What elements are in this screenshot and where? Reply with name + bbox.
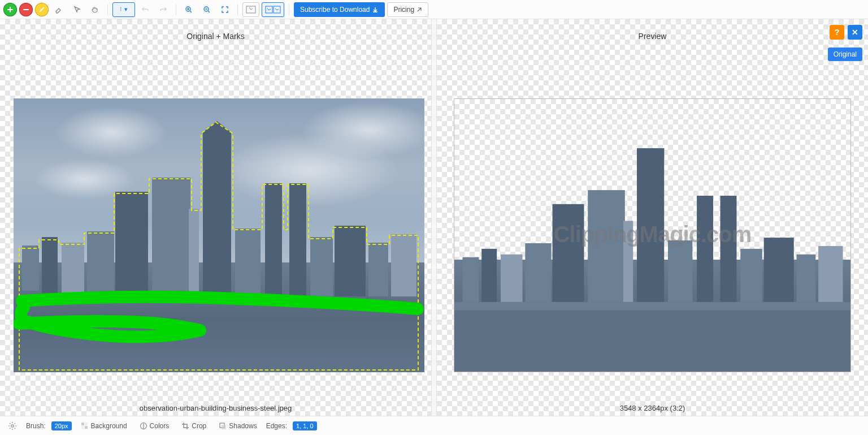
help-button[interactable]: ? bbox=[830, 25, 844, 40]
pricing-button[interactable]: Pricing bbox=[387, 2, 428, 17]
svg-rect-7 bbox=[62, 243, 84, 294]
svg-rect-12 bbox=[203, 132, 231, 299]
separator bbox=[107, 4, 108, 15]
redo-button[interactable] bbox=[155, 2, 171, 17]
top-right-buttons: ? ✕ bbox=[830, 25, 862, 40]
main-split-view: Original + Marks bbox=[0, 19, 868, 416]
view-original-toggle[interactable] bbox=[242, 2, 259, 17]
shadows-button[interactable]: Shadows bbox=[215, 421, 260, 431]
undo-button[interactable] bbox=[137, 2, 153, 17]
brush-size-dropdown[interactable]: ⁝ ▾ bbox=[112, 2, 135, 17]
svg-rect-30 bbox=[668, 240, 692, 308]
svg-rect-36 bbox=[818, 246, 843, 308]
brush-label: Brush: bbox=[26, 422, 46, 430]
filename-label: observation-urban-building-business-stee… bbox=[0, 404, 431, 412]
separator bbox=[289, 4, 289, 15]
svg-rect-17 bbox=[310, 237, 333, 296]
hair-tool[interactable] bbox=[35, 3, 49, 16]
svg-rect-6 bbox=[42, 237, 58, 294]
scalpel-tool[interactable] bbox=[69, 2, 85, 17]
separator bbox=[237, 4, 238, 15]
top-toolbar: ⁝ ▾ Subscribe to Download Pricing bbox=[0, 0, 868, 19]
pane-divider[interactable] bbox=[431, 19, 437, 416]
svg-rect-32 bbox=[721, 196, 737, 308]
add-remove-tool[interactable] bbox=[19, 3, 33, 16]
svg-rect-40 bbox=[81, 423, 84, 425]
svg-rect-10 bbox=[152, 178, 190, 296]
crop-button[interactable]: Crop bbox=[178, 421, 210, 431]
dimensions-label: 3548 x 2364px (3:2) bbox=[437, 404, 868, 412]
svg-rect-11 bbox=[189, 209, 199, 296]
svg-rect-24 bbox=[525, 243, 551, 305]
right-pane-title: Preview bbox=[437, 19, 868, 48]
svg-rect-9 bbox=[115, 192, 148, 294]
add-keep-tool[interactable] bbox=[3, 3, 17, 16]
svg-rect-20 bbox=[391, 234, 416, 296]
svg-marker-29 bbox=[637, 148, 664, 160]
preview-image-area[interactable]: ClippingMagic.com bbox=[454, 98, 851, 372]
svg-rect-21 bbox=[462, 257, 479, 302]
svg-rect-25 bbox=[553, 204, 584, 305]
zoom-in-button[interactable] bbox=[181, 2, 197, 17]
brush-size-value[interactable]: 20px bbox=[51, 421, 72, 430]
svg-rect-4 bbox=[274, 6, 280, 13]
original-toggle-button[interactable]: Original bbox=[828, 48, 862, 61]
subscribe-download-button[interactable]: Subscribe to Download bbox=[294, 2, 385, 17]
zoom-out-button[interactable] bbox=[199, 2, 215, 17]
svg-rect-14 bbox=[235, 229, 261, 296]
svg-rect-5 bbox=[22, 246, 39, 291]
edges-value[interactable]: 1, 1, 0 bbox=[293, 421, 317, 430]
view-split-toggle[interactable] bbox=[262, 2, 284, 17]
eraser-tool[interactable] bbox=[51, 2, 67, 17]
svg-rect-28 bbox=[637, 148, 664, 311]
svg-rect-43 bbox=[85, 426, 88, 429]
original-marks-pane[interactable]: Original + Marks bbox=[0, 19, 431, 416]
skyline-illustration bbox=[14, 98, 424, 372]
preview-skyline-illustration bbox=[454, 148, 850, 372]
svg-rect-3 bbox=[266, 6, 272, 13]
background-button[interactable]: Background bbox=[77, 421, 131, 431]
svg-rect-42 bbox=[81, 426, 84, 429]
svg-rect-34 bbox=[764, 238, 794, 308]
fit-screen-button[interactable] bbox=[217, 2, 233, 17]
separator bbox=[176, 4, 176, 15]
svg-rect-15 bbox=[265, 183, 282, 296]
settings-gear-button[interactable] bbox=[5, 420, 20, 432]
svg-rect-18 bbox=[335, 226, 366, 296]
svg-rect-26 bbox=[588, 190, 625, 308]
svg-rect-35 bbox=[797, 254, 816, 307]
svg-rect-8 bbox=[87, 231, 114, 294]
edges-label: Edges: bbox=[266, 422, 287, 430]
svg-point-39 bbox=[11, 424, 14, 427]
preview-pane[interactable]: ? ✕ Original Preview bbox=[437, 19, 868, 416]
svg-rect-33 bbox=[740, 249, 762, 308]
left-pane-title: Original + Marks bbox=[0, 19, 431, 48]
svg-rect-16 bbox=[289, 183, 306, 296]
pan-tool[interactable] bbox=[87, 2, 103, 17]
svg-rect-19 bbox=[368, 243, 388, 296]
close-button[interactable]: ✕ bbox=[848, 25, 862, 40]
original-image-area[interactable] bbox=[14, 98, 424, 372]
svg-rect-46 bbox=[222, 425, 226, 429]
svg-rect-41 bbox=[85, 423, 88, 425]
svg-marker-13 bbox=[203, 121, 231, 144]
colors-button[interactable]: Colors bbox=[136, 421, 173, 431]
svg-rect-22 bbox=[481, 249, 497, 305]
svg-rect-38 bbox=[454, 310, 850, 372]
bottom-toolbar: Brush: 20px Background Colors Crop Shado… bbox=[0, 416, 868, 435]
svg-rect-31 bbox=[697, 196, 713, 308]
svg-rect-27 bbox=[623, 221, 633, 307]
svg-rect-23 bbox=[501, 254, 523, 304]
